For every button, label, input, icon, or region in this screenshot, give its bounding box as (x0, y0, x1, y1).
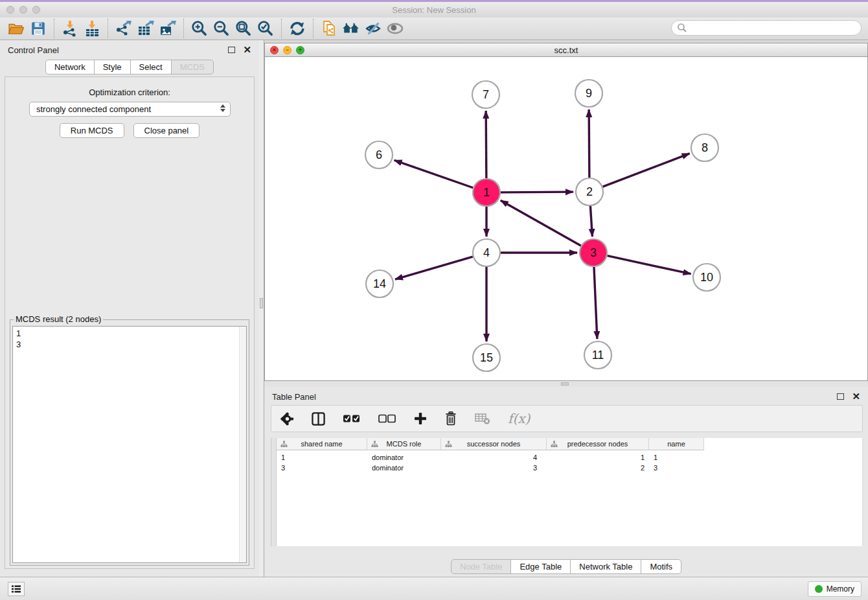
export-network-icon[interactable] (113, 19, 135, 38)
tab-style[interactable]: Style (94, 60, 131, 75)
mcds-result-fieldset: MCDS result (2 nodes) 1 3 (10, 319, 249, 566)
show-column-panel-icon[interactable] (312, 412, 325, 426)
result-scrollbar[interactable] (239, 327, 246, 562)
result-line: 1 (16, 328, 243, 339)
tab-motifs[interactable]: Motifs (641, 559, 681, 574)
graph-node-label: 3 (590, 246, 597, 259)
delete-column-icon[interactable] (444, 411, 457, 426)
network-window-title: scc.txt (265, 45, 867, 55)
graph-edge-2-3[interactable] (590, 206, 592, 237)
create-column-icon[interactable] (414, 412, 427, 425)
select-all-rows-icon[interactable] (343, 413, 361, 424)
function-builder-icon[interactable]: f(x) (508, 411, 530, 426)
memory-label: Memory (827, 584, 854, 594)
float-panel-icon[interactable] (228, 47, 235, 53)
tab-network-table[interactable]: Network Table (570, 559, 641, 574)
export-table-icon[interactable] (135, 19, 157, 38)
search-field[interactable] (671, 20, 862, 36)
column-header-name[interactable]: name (649, 438, 704, 450)
node-table: shared name MCDS role successor nodes pr… (271, 438, 863, 546)
graph-edge-1-2[interactable] (501, 192, 573, 192)
network-view-window: × − + scc.txt 7968124314101511 (264, 43, 868, 381)
graph-node-label: 14 (373, 277, 386, 290)
tab-select[interactable]: Select (130, 60, 172, 75)
graph-edge-2-8[interactable] (603, 154, 690, 187)
mcds-result-text[interactable]: 1 3 (12, 326, 247, 563)
table-toolbar: f(x) (271, 405, 863, 432)
open-session-icon[interactable] (5, 19, 27, 38)
go-home-icon[interactable] (340, 19, 362, 38)
close-panel-icon[interactable]: ✕ (243, 47, 251, 53)
select-stepper-icon (220, 104, 225, 112)
table-panel: Table Panel ✕ (264, 387, 868, 577)
tab-mcds[interactable]: MCDS (171, 60, 214, 75)
control-panel-tabs: Network Style Select MCDS (0, 60, 259, 75)
graph-edge-3-10[interactable] (607, 256, 691, 274)
table-panel-title: Table Panel (272, 392, 316, 402)
deselect-all-rows-icon[interactable] (378, 413, 396, 424)
panel-splitter[interactable] (259, 40, 264, 577)
import-table-icon[interactable] (81, 19, 103, 38)
column-header-successor-nodes[interactable]: successor nodes (441, 438, 547, 450)
network-canvas[interactable]: 7968124314101511 (264, 57, 868, 381)
splitter-handle[interactable] (260, 298, 263, 308)
float-table-panel-icon[interactable] (837, 393, 844, 400)
delete-table-icon[interactable] (475, 413, 490, 424)
hide-selected-icon[interactable] (362, 19, 384, 38)
column-header-shared-name[interactable]: shared name (277, 438, 367, 450)
graph-edge-2-9[interactable] (589, 110, 589, 178)
tab-network[interactable]: Network (45, 60, 95, 75)
control-panel-title: Control Panel (8, 45, 59, 55)
table-row[interactable]: 3 dominator 3 2 3 (277, 462, 704, 473)
window-titlebar[interactable]: Session: New Session (0, 2, 868, 17)
control-panel: Control Panel ✕ Network Style Select MCD… (0, 40, 259, 577)
search-input[interactable] (687, 23, 849, 33)
zoom-fit-icon[interactable] (233, 19, 255, 38)
clone-network-icon[interactable] (318, 19, 340, 38)
application-window: Session: New Session (0, 0, 868, 600)
task-history-button[interactable] (8, 582, 25, 596)
mcds-result-title: MCDS result (2 nodes) (14, 314, 103, 324)
graph-edge-3-11[interactable] (594, 267, 597, 339)
show-all-icon[interactable] (384, 19, 406, 38)
network-window-titlebar[interactable]: × − + scc.txt (264, 43, 868, 57)
tab-node-table[interactable]: Node Table (451, 559, 512, 574)
list-icon (11, 584, 21, 594)
table-settings-icon[interactable] (280, 412, 294, 426)
refresh-icon[interactable] (286, 19, 308, 38)
status-bar: Memory (0, 577, 868, 600)
result-line: 3 (16, 339, 243, 350)
zoom-selected-icon[interactable] (255, 19, 277, 38)
graph-node-label: 9 (586, 87, 592, 100)
column-header-mcds-role[interactable]: MCDS role (367, 438, 441, 450)
table-row[interactable]: 1 dominator 4 1 1 (277, 452, 704, 463)
graph-edge-3-1[interactable] (501, 200, 581, 246)
graph-node-label: 11 (592, 349, 604, 362)
tab-edge-table[interactable]: Edge Table (510, 559, 571, 574)
import-network-icon[interactable] (59, 19, 81, 38)
zoom-in-icon[interactable] (188, 19, 211, 38)
graph-node-label: 10 (700, 271, 713, 284)
table-splitter[interactable] (264, 381, 868, 387)
memory-button[interactable]: Memory (808, 581, 862, 597)
column-header-predecessor-nodes[interactable]: predecessor nodes (547, 438, 649, 450)
row-gutter (271, 438, 277, 546)
graph-node-label: 6 (376, 148, 382, 161)
export-image-icon[interactable] (157, 19, 179, 38)
save-session-icon[interactable] (27, 19, 49, 38)
graph-edge-4-14[interactable] (395, 257, 473, 279)
graph-edge-1-6[interactable] (394, 160, 474, 187)
graph-node-label: 2 (586, 185, 593, 198)
toolbar-separator (313, 19, 314, 38)
graph-node-label: 7 (483, 88, 489, 101)
run-mcds-button[interactable]: Run MCDS (60, 123, 124, 138)
network-graph[interactable]: 7968124314101511 (265, 57, 867, 380)
main-toolbar (0, 17, 868, 40)
table-splitter-handle[interactable] (561, 382, 569, 386)
graph-edge-1-7[interactable] (486, 111, 486, 178)
optimization-criterion-select[interactable]: strongly connected component (29, 102, 231, 117)
toolbar-separator (183, 19, 184, 38)
close-table-panel-icon[interactable]: ✕ (852, 393, 860, 400)
zoom-out-icon[interactable] (211, 19, 233, 38)
close-panel-button[interactable]: Close panel (133, 123, 200, 138)
